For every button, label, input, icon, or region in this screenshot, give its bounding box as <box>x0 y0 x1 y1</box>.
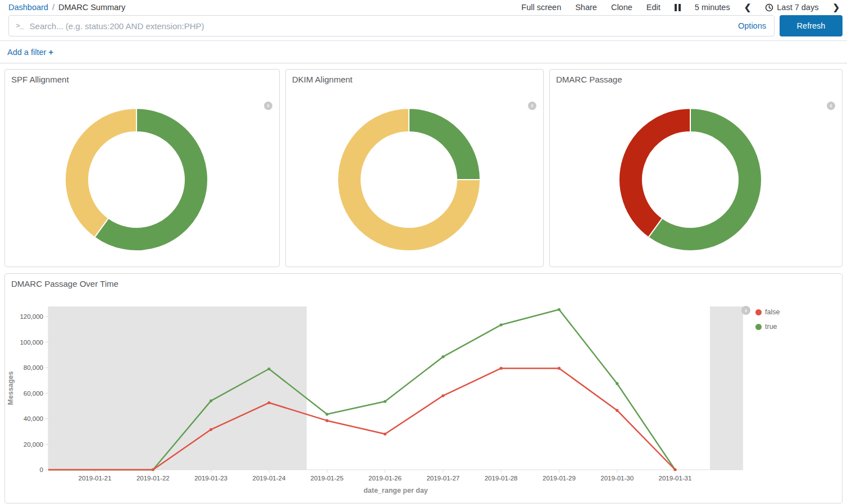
data-point-false[interactable] <box>326 419 329 422</box>
plus-icon: + <box>48 47 53 57</box>
panel-spf-allignment: SPF Allignment ‹ <box>4 69 280 267</box>
data-point-false[interactable] <box>210 428 212 431</box>
clock-icon <box>765 3 773 12</box>
page-title: DMARC Summary <box>58 3 125 12</box>
data-point-false[interactable] <box>616 409 618 412</box>
donut-slice-yellow[interactable] <box>65 108 136 237</box>
x-tick-label: 2019-01-22 <box>136 475 170 482</box>
data-point-true[interactable] <box>267 368 270 370</box>
dmarc-over-time-line-chart[interactable]: 020,00040,00060,00080,000100,000120,0002… <box>5 274 842 503</box>
share-button[interactable]: Share <box>575 3 597 12</box>
data-point-false[interactable] <box>267 401 270 404</box>
search-box[interactable]: >_ Options <box>8 15 775 36</box>
dmarc-donut-chart[interactable] <box>617 107 763 253</box>
legend-item-true[interactable]: true <box>755 319 780 334</box>
x-tick-label: 2019-01-30 <box>600 475 634 482</box>
x-tick-label: 2019-01-21 <box>79 475 112 482</box>
panel-title: DMARC Passage <box>550 70 842 89</box>
dkim-donut-chart[interactable] <box>336 107 482 253</box>
clone-button[interactable]: Clone <box>611 3 632 12</box>
data-point-false[interactable] <box>152 468 154 471</box>
panel-title: DKIM Alignment <box>286 70 543 89</box>
divider <box>0 40 847 41</box>
divider <box>0 63 847 63</box>
y-tick-label: 0 <box>40 466 43 473</box>
y-tick-label: 40,000 <box>24 415 43 422</box>
chevron-right-icon[interactable]: ❯ <box>832 2 840 12</box>
data-point-false[interactable] <box>384 433 386 436</box>
panel-dkim-alignment: DKIM Alignment ‹ <box>285 69 544 267</box>
y-tick-label: 80,000 <box>24 364 43 371</box>
data-point-true[interactable] <box>500 323 503 326</box>
search-bar-row: >_ Options Refresh <box>8 15 843 36</box>
panel-title: SPF Allignment <box>5 70 279 89</box>
data-point-true[interactable] <box>616 382 618 385</box>
data-point-false[interactable] <box>441 394 444 397</box>
top-menu: Full screen Share Clone Edit 5 minutes ❮… <box>521 2 840 12</box>
breadcrumb-separator: / <box>52 3 54 12</box>
data-point-true[interactable] <box>558 308 561 311</box>
panel-dmarc-passage-over-time: DMARC Passage Over Time 020,00040,00060,… <box>4 273 843 503</box>
refresh-interval-button[interactable]: 5 minutes <box>695 3 730 12</box>
x-tick-label: 2019-01-29 <box>543 475 576 482</box>
time-range-picker[interactable]: Last 7 days <box>765 3 818 12</box>
legend-collapse-icon[interactable]: ‹ <box>528 102 536 110</box>
x-tick-label: 2019-01-27 <box>426 475 459 482</box>
data-point-false[interactable] <box>558 367 561 370</box>
x-tick-label: 2019-01-26 <box>368 475 402 482</box>
y-tick-label: 20,000 <box>24 441 43 448</box>
breadcrumb: Dashboard / DMARC Summary <box>8 3 125 12</box>
legend-label: true <box>765 323 777 331</box>
x-tick-label: 2019-01-23 <box>194 475 227 482</box>
panel-dmarc-passage: DMARC Passage ‹ <box>549 69 843 267</box>
terminal-prompt-icon: >_ <box>16 22 24 30</box>
options-link[interactable]: Options <box>738 21 766 30</box>
data-point-false[interactable] <box>500 367 503 370</box>
chevron-left-icon[interactable]: ❮ <box>744 2 752 12</box>
add-filter-label: Add a filter <box>7 48 46 57</box>
chart-legend: falsetrue <box>755 305 780 334</box>
y-axis-title: Messages <box>7 372 15 405</box>
breadcrumb-dashboard-link[interactable]: Dashboard <box>8 3 48 12</box>
data-point-true[interactable] <box>210 400 212 402</box>
search-input[interactable] <box>30 21 731 31</box>
time-range-label: Last 7 days <box>777 3 818 12</box>
spf-donut-chart[interactable] <box>63 107 210 253</box>
legend-color-dot <box>755 309 762 315</box>
time-range-shade <box>48 306 307 470</box>
refresh-button[interactable]: Refresh <box>780 15 843 36</box>
x-tick-label: 2019-01-24 <box>252 475 285 482</box>
data-point-true[interactable] <box>441 355 444 358</box>
legend-collapse-icon[interactable]: ‹ <box>827 102 835 110</box>
x-tick-label: 2019-01-28 <box>485 475 518 482</box>
y-tick-label: 60,000 <box>24 390 43 397</box>
donut-slice-green[interactable] <box>409 108 480 180</box>
time-range-shade <box>710 306 743 470</box>
x-tick-label: 2019-01-31 <box>659 475 692 482</box>
edit-button[interactable]: Edit <box>646 3 661 12</box>
legend-collapse-icon[interactable]: ‹ <box>264 102 272 110</box>
y-tick-label: 100,000 <box>20 339 43 346</box>
legend-color-dot <box>755 324 762 330</box>
kibana-dashboard: Dashboard / DMARC Summary Full screen Sh… <box>0 0 847 504</box>
data-point-true[interactable] <box>384 400 386 403</box>
full-screen-button[interactable]: Full screen <box>521 3 561 12</box>
legend-label: false <box>765 308 780 316</box>
legend-item-false[interactable]: false <box>755 305 780 319</box>
donut-slice-red[interactable] <box>619 108 690 237</box>
top-navigation: Dashboard / DMARC Summary Full screen Sh… <box>0 0 847 15</box>
x-tick-label: 2019-01-25 <box>311 475 344 482</box>
data-point-true[interactable] <box>326 413 329 415</box>
x-axis-title: date_range per day <box>363 487 428 494</box>
data-point-false[interactable] <box>673 468 676 471</box>
pause-icon[interactable] <box>675 4 681 11</box>
legend-toggle-icon[interactable]: › <box>741 306 750 315</box>
add-filter-link[interactable]: Add a filter+ <box>7 47 53 57</box>
y-tick-label: 120,000 <box>20 313 43 320</box>
